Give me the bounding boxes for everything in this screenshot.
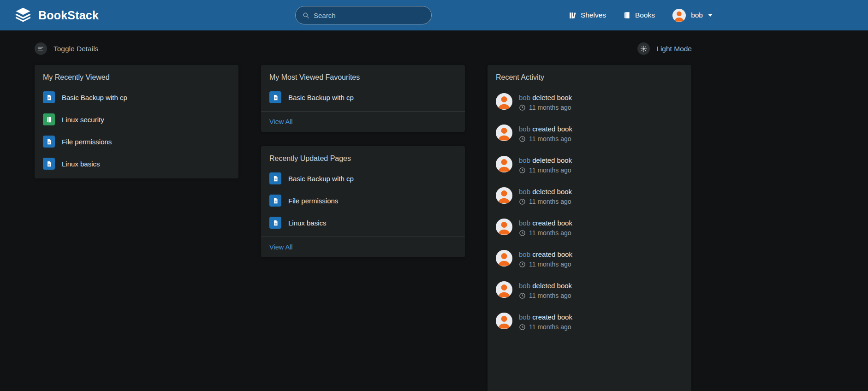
avatar [496,187,512,204]
clock-icon [519,198,526,205]
user-link[interactable]: bob [519,282,530,290]
avatar [496,124,512,141]
column-right: Recent Activity bob deleted book 11 mont… [488,65,691,391]
recently-updated-list: Basic Backup with cp File permissions Li… [261,167,465,234]
user-link[interactable]: bob [519,313,530,321]
nav-shelves[interactable]: Shelves [569,11,606,19]
book-icon [43,113,55,125]
page-icon [269,172,281,184]
list-item[interactable]: Linux security [35,108,238,130]
recently-updated-card: Recently Updated Pages Basic Backup with… [261,146,465,257]
page-icon [43,91,55,103]
toggle-details-icon [35,42,47,55]
user-link[interactable]: bob [519,219,530,227]
app-header: BookStack Shelves [0,0,868,30]
item-label: File permissions [62,138,112,146]
activity-item: bob created book 11 months ago [488,306,691,337]
column-left: My Recently Viewed Basic Backup with cp … [35,65,238,178]
dashboard-toolbar: Toggle Details Light Mode [35,42,692,55]
favourites-card: My Most Viewed Favourites Basic Backup w… [261,65,465,132]
item-label: Linux basics [62,160,100,168]
light-mode-button[interactable]: Light Mode [637,42,692,55]
light-mode-label: Light Mode [656,45,692,53]
activity-time: 11 months ago [529,323,571,331]
user-link[interactable]: bob [519,94,530,101]
user-link[interactable]: bob [519,250,530,258]
activity-item: bob created book 11 months ago [488,118,691,149]
item-label: File permissions [288,197,338,205]
dashboard: Toggle Details Light Mode My Recently Vi… [35,42,692,391]
avatar [496,219,512,235]
activity-time: 11 months ago [529,104,571,111]
clock-icon [519,136,526,142]
user-avatar [672,9,686,22]
activity-item: bob created book 11 months ago [488,243,691,274]
recently-viewed-card: My Recently Viewed Basic Backup with cp … [35,65,238,178]
list-item[interactable]: Basic Backup with cp [261,86,465,108]
user-name: bob [691,11,703,19]
list-item[interactable]: Linux basics [261,212,465,234]
clock-icon [519,104,526,111]
item-label: Basic Backup with cp [288,175,354,183]
page-icon [269,91,281,103]
activity-action: deleted book [532,94,572,101]
avatar [496,156,512,172]
brand-logo[interactable]: BookStack [14,6,99,25]
shelves-icon [569,12,577,19]
list-item[interactable]: File permissions [261,190,465,212]
toggle-details-label: Toggle Details [54,45,98,53]
user-link[interactable]: bob [519,156,530,164]
card-title: My Recently Viewed [35,65,238,86]
item-label: Linux security [62,116,104,124]
activity-action: deleted book [532,156,572,164]
activity-action: deleted book [532,282,572,290]
activity-item: bob deleted book 11 months ago [488,149,691,180]
card-title: Recently Updated Pages [261,146,465,167]
page-icon [43,158,55,170]
view-all-link[interactable]: View All [269,118,293,125]
clock-icon [519,292,526,299]
activity-action: created book [532,313,572,321]
activity-time: 11 months ago [529,135,571,142]
view-all-row: View All [261,111,465,132]
user-link[interactable]: bob [519,125,530,133]
books-icon [624,12,631,19]
activity-time: 11 months ago [529,166,571,174]
nav-books[interactable]: Books [624,11,655,19]
recent-activity-card: Recent Activity bob deleted book 11 mont… [488,65,691,391]
activity-item: bob deleted book 11 months ago [488,180,691,212]
activity-action: created book [532,125,572,133]
page-icon [43,136,55,148]
user-link[interactable]: bob [519,188,530,196]
clock-icon [519,167,526,174]
nav-books-label: Books [635,11,655,19]
list-item[interactable]: Basic Backup with cp [261,167,465,190]
list-item[interactable]: Linux basics [35,153,238,175]
avatar [496,281,512,298]
activity-item: bob deleted book 11 months ago [488,274,691,306]
list-item[interactable]: File permissions [35,130,238,153]
search-input[interactable] [314,12,424,19]
view-all-link[interactable]: View All [269,243,293,251]
toggle-details-button[interactable]: Toggle Details [35,42,98,55]
nav-shelves-label: Shelves [581,11,606,19]
brand-name: BookStack [38,9,99,22]
item-label: Basic Backup with cp [62,94,127,101]
item-label: Linux basics [288,219,327,227]
recently-viewed-list: Basic Backup with cp Linux security File… [35,86,238,178]
activity-action: created book [532,250,572,258]
clock-icon [519,230,526,237]
light-mode-icon [637,42,650,55]
user-menu[interactable]: bob [672,9,713,22]
page-icon [269,195,281,207]
search-bar [295,6,432,24]
activity-time: 11 months ago [529,261,571,268]
favourites-list: Basic Backup with cp [261,86,465,108]
list-item[interactable]: Basic Backup with cp [35,86,238,108]
avatar [496,250,512,267]
activity-item: bob deleted book 11 months ago [488,86,691,118]
card-title: Recent Activity [488,65,691,86]
search-icon [303,12,309,19]
column-middle: My Most Viewed Favourites Basic Backup w… [261,65,465,257]
view-all-row: View All [261,237,465,257]
